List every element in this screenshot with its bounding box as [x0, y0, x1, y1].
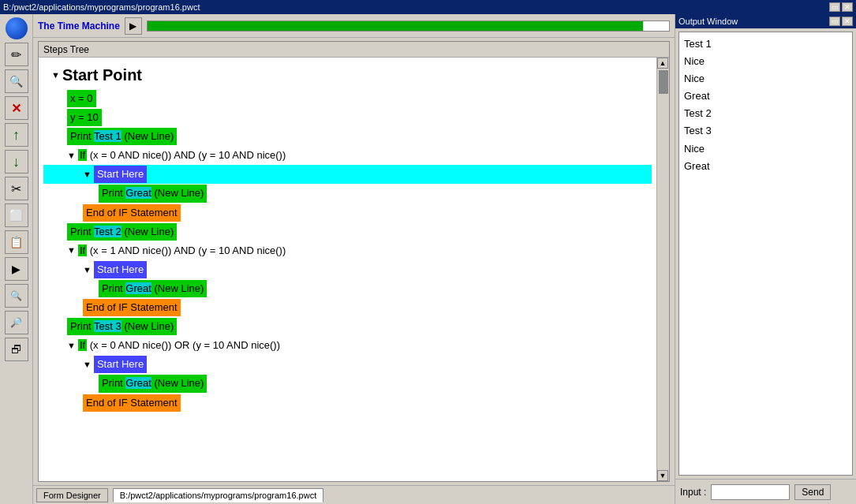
form-designer-tab[interactable]: Form Designer: [36, 488, 108, 502]
collapse-arrow[interactable]: ▼: [67, 338, 76, 353]
arrow-up-icon[interactable]: ↑: [5, 123, 28, 147]
tree-row: Print Great (New Line): [43, 279, 652, 298]
restore-button[interactable]: ▭: [829, 2, 840, 12]
title-bar: B:/pwct2/applications/myprograms/program…: [0, 0, 856, 14]
end-if-1[interactable]: End of IF Statement: [83, 204, 181, 222]
collapse-arrow[interactable]: ▼: [51, 68, 60, 83]
tree-row: Print Test 1 (New Line): [43, 127, 652, 146]
title-bar-text: B:/pwct2/applications/myprograms/program…: [3, 2, 200, 12]
output-title-bar: Output Window ▭ ✕: [675, 14, 856, 28]
search-icon[interactable]: 🔍: [5, 69, 28, 93]
start-here-label[interactable]: Start Here: [94, 166, 147, 183]
arrow-down-icon[interactable]: ↓: [5, 150, 28, 174]
collapse-arrow[interactable]: ▼: [83, 167, 92, 182]
input-field[interactable]: [711, 484, 790, 500]
output-restore-button[interactable]: ▭: [829, 17, 840, 26]
tree-row: End of IF Statement: [43, 298, 652, 317]
tree-row: Print Test 2 (New Line): [43, 222, 652, 241]
output-line-2: Nice: [684, 53, 847, 70]
output-line-7: Nice: [684, 140, 847, 158]
output-panel: Output Window ▭ ✕ Test 1 Nice Nice Great…: [675, 14, 856, 504]
tree-row: ▼ If (x = 0 AND nice()) AND (y = 10 AND …: [43, 146, 652, 165]
editor-area: The Time Machine ▶ Steps Tree ▼ Start Po…: [33, 14, 675, 504]
zoom-in-icon[interactable]: 🔍: [5, 284, 28, 308]
tree-row: ▼ Start Here: [43, 165, 652, 184]
print-test2[interactable]: Print Test 2 (New Line): [67, 223, 177, 241]
cut-icon[interactable]: ✂: [5, 177, 28, 200]
copy-icon[interactable]: ⬜: [5, 203, 28, 227]
if-row-3[interactable]: If (x = 0 AND nice()) OR (y = 10 AND nic…: [78, 337, 280, 354]
print-great-1[interactable]: Print Great (New Line): [99, 185, 207, 202]
output-line-4: Great: [684, 88, 847, 105]
close-button[interactable]: ✕: [842, 2, 853, 12]
print-test1[interactable]: Print Test 1 (New Line): [67, 128, 177, 145]
start-here-3[interactable]: Start Here: [94, 356, 147, 373]
tree-row: ▼ If (x = 1 AND nice()) AND (y = 10 AND …: [43, 241, 652, 260]
editor-title: The Time Machine: [38, 21, 120, 32]
tree-row: x = 0: [43, 89, 652, 108]
output-close-button[interactable]: ✕: [842, 17, 853, 26]
tree-row: ▼ Start Here: [43, 355, 652, 374]
collapse-arrow[interactable]: ▼: [83, 263, 92, 278]
output-content: Test 1 Nice Nice Great Test 2 Test 3 Nic…: [678, 32, 853, 476]
tree-row: y = 10: [43, 108, 652, 127]
tree-row: ▼ If (x = 0 AND nice()) OR (y = 10 AND n…: [43, 336, 652, 355]
tree-row: Print Great (New Line): [43, 184, 652, 203]
output-line-8: Great: [684, 158, 847, 175]
tree-row: End of IF Statement: [43, 203, 652, 222]
left-toolbar: ✏ 🔍 ✕ ↑ ↓ ✂ ⬜ 📋 ▶ 🔍 🔎 🗗: [0, 14, 33, 504]
output-title-buttons: ▭ ✕: [829, 17, 853, 26]
window-icon[interactable]: 🗗: [5, 338, 28, 361]
edit-icon[interactable]: ✏: [5, 43, 28, 66]
steps-header: Steps Tree: [39, 42, 669, 58]
print-test3[interactable]: Print Test 3 (New Line): [67, 318, 177, 335]
collapse-arrow[interactable]: ▼: [67, 243, 76, 258]
scroll-up-button[interactable]: ▲: [657, 58, 668, 69]
status-bar: Form Designer B:/pwct2/applications/mypr…: [33, 485, 675, 504]
tree-row: End of IF Statement: [43, 394, 652, 413]
delete-icon[interactable]: ✕: [5, 96, 28, 120]
code-row-y[interactable]: y = 10: [67, 109, 102, 126]
progress-bar-fill: [148, 21, 643, 31]
output-title: Output Window: [678, 17, 738, 26]
send-button[interactable]: Send: [794, 484, 831, 500]
progress-bar: [147, 21, 670, 32]
start-here-highlighted-row[interactable]: ▼ Start Here: [43, 165, 652, 184]
start-here-2[interactable]: Start Here: [94, 261, 147, 278]
tree-row: Print Test 3 (New Line): [43, 317, 652, 336]
print-great-2[interactable]: Print Great (New Line): [99, 280, 207, 297]
tree-row: ▼ Start Point: [43, 61, 652, 89]
run-icon[interactable]: ▶: [5, 257, 28, 281]
output-line-1: Test 1: [684, 35, 847, 53]
print-great-3[interactable]: Print Great (New Line): [99, 375, 207, 392]
program-file-tab[interactable]: B:/pwct2/applications/myprograms/program…: [113, 488, 323, 502]
globe-icon: [6, 17, 28, 39]
output-line-6: Test 3: [684, 122, 847, 140]
steps-content[interactable]: ▼ Start Point x = 0 y = 10 Print Test 1 …: [39, 58, 656, 481]
scroll-track: [657, 69, 669, 470]
tree-row: ▼ Start Here: [43, 260, 652, 279]
if-row-2[interactable]: If (x = 1 AND nice()) AND (y = 10 AND ni…: [78, 242, 286, 259]
scroll-down-button[interactable]: ▼: [657, 470, 668, 481]
scroll-thumb[interactable]: [659, 70, 668, 94]
tree-row: Print Great (New Line): [43, 374, 652, 393]
output-line-5: Test 2: [684, 105, 847, 122]
paste-icon[interactable]: 📋: [5, 230, 28, 254]
zoom-out-icon[interactable]: 🔎: [5, 311, 28, 334]
title-bar-buttons: ▭ ✕: [829, 2, 853, 12]
steps-panel: Steps Tree ▼ Start Point x = 0 y = 10: [38, 41, 670, 482]
end-if-3[interactable]: End of IF Statement: [83, 394, 181, 412]
output-line-3: Nice: [684, 70, 847, 88]
output-bottom: Input : Send: [675, 479, 856, 504]
if-row-1[interactable]: If (x = 0 AND nice()) AND (y = 10 AND ni…: [78, 147, 286, 164]
start-point-label: Start Point: [62, 62, 142, 88]
code-row-x[interactable]: x = 0: [67, 90, 96, 107]
collapse-arrow[interactable]: ▼: [83, 357, 92, 372]
collapse-arrow[interactable]: ▼: [67, 148, 76, 163]
editor-toolbar: The Time Machine ▶: [33, 14, 675, 38]
play-button[interactable]: ▶: [125, 17, 142, 35]
end-if-2[interactable]: End of IF Statement: [83, 299, 181, 316]
input-label: Input :: [680, 487, 706, 498]
vertical-scrollbar[interactable]: ▲ ▼: [656, 58, 669, 481]
